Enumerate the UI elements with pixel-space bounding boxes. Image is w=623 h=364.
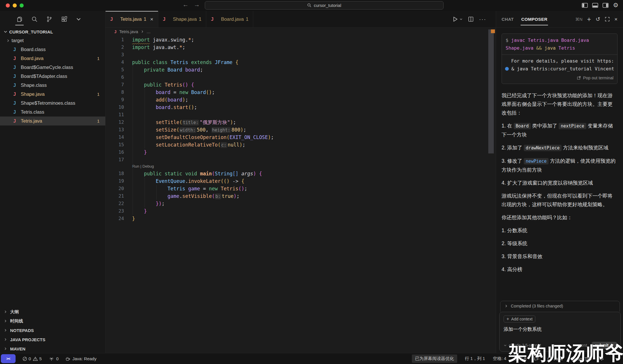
screen-reader-status[interactable]: 已为屏幕阅读器优化: [412, 354, 457, 363]
completed-summary[interactable]: Completed (3 files changed): [500, 301, 620, 312]
code-line[interactable]: 23 }: [106, 207, 496, 215]
code-line[interactable]: 8 board = new Board();: [106, 89, 496, 96]
remote-indicator[interactable]: ><: [1, 354, 16, 363]
editor-scrollbar[interactable]: [488, 29, 494, 153]
java-file-icon: J: [110, 16, 118, 22]
java-file-icon: J: [211, 16, 218, 22]
composer-input-value[interactable]: 添加一个分数系统: [504, 326, 616, 333]
tab-tetris-java[interactable]: JTetris.java1×: [106, 11, 158, 27]
tab-shape-java[interactable]: JShape.java1: [158, 11, 207, 27]
toggle-panel-icon[interactable]: [592, 3, 598, 8]
code-line[interactable]: 19 EventQueue.invokeLater(() -> {: [106, 177, 496, 185]
toggle-left-sidebar-icon[interactable]: [582, 3, 588, 8]
code-line[interactable]: 21 game.setVisible(b:true);: [106, 192, 496, 200]
file-row-board-java[interactable]: JBoard.java1: [0, 54, 105, 63]
tab-chat[interactable]: CHAT: [502, 17, 514, 22]
search-panel-icon[interactable]: [31, 16, 38, 22]
settings-gear-icon[interactable]: ⚙: [613, 2, 618, 8]
close-tab-icon[interactable]: ×: [150, 16, 153, 22]
code-line[interactable]: 4public class Tetris extends JFrame {: [106, 59, 496, 66]
close-window-button[interactable]: [6, 3, 10, 7]
tab-composer[interactable]: COMPOSER: [521, 17, 547, 22]
run-button[interactable]: [453, 16, 463, 22]
file-row-board-gamecycle-class[interactable]: JBoard$GameCycle.class: [0, 63, 105, 72]
expand-panel-icon[interactable]: [605, 17, 610, 22]
chevron-right-icon: [4, 329, 7, 332]
breadcrumb-more[interactable]: …: [147, 29, 151, 34]
code-line[interactable]: 17: [106, 156, 496, 164]
sidebar-section-java-projects[interactable]: JAVA PROJECTS: [0, 335, 105, 344]
sidebar-section-notepads[interactable]: NOTEPADS: [0, 326, 105, 335]
split-editor-icon[interactable]: [468, 16, 474, 22]
code-line[interactable]: 13 setSize(width:500, height:800);: [106, 126, 496, 134]
minimize-window-button[interactable]: [13, 3, 17, 7]
zoom-window-button[interactable]: [20, 3, 24, 7]
file-row-tetris-class[interactable]: JTetris.class: [0, 108, 105, 117]
new-chat-icon[interactable]: +: [587, 16, 591, 22]
file-row-board-class[interactable]: JBoard.class: [0, 45, 105, 54]
nav-forward-icon[interactable]: →: [194, 1, 200, 8]
file-row-board-tadapter-class[interactable]: JBoard$TAdapter.class: [0, 72, 105, 81]
code-line[interactable]: 10 board.start();: [106, 104, 496, 111]
source-control-icon[interactable]: [46, 16, 52, 22]
sidebar-section-时间线[interactable]: 时间线: [0, 316, 105, 326]
code-line[interactable]: 9 add(board);: [106, 96, 496, 104]
file-row-target[interactable]: target: [0, 36, 105, 45]
cursor-position[interactable]: 行 1，列 1: [465, 356, 485, 361]
indent-guide: [156, 185, 157, 200]
breadcrumb[interactable]: J Tetris.java …: [106, 28, 496, 35]
code-line[interactable]: 11: [106, 111, 496, 119]
code-line[interactable]: 6: [106, 74, 496, 81]
file-label: Tetris.java: [21, 118, 42, 124]
history-icon[interactable]: ↺: [596, 16, 600, 22]
codelens-run-debug[interactable]: Run | Debug: [106, 164, 496, 170]
inline-code: drawNextPiece: [524, 145, 562, 151]
code-line[interactable]: 7 public Tetris() {: [106, 81, 496, 89]
code-link[interactable]: newPiece: [524, 158, 549, 164]
more-actions-icon[interactable]: ···: [479, 16, 486, 22]
file-row-shape-class[interactable]: JShape.class: [0, 81, 105, 90]
code-line[interactable]: 16 }: [106, 149, 496, 156]
popout-terminal-link[interactable]: Pop out terminal: [583, 76, 613, 80]
java-status[interactable]: Java: Ready: [65, 356, 96, 361]
file-row-shape-java[interactable]: JShape.java1: [0, 90, 105, 99]
activity-bar: [0, 11, 105, 27]
code-line[interactable]: 2import java.awt.*;: [106, 44, 496, 51]
explorer-icon[interactable]: [16, 16, 23, 23]
sidebar-section-大纲[interactable]: 大纲: [0, 307, 105, 316]
command-center-search[interactable]: cursor_tutorial: [205, 1, 444, 10]
code-line[interactable]: 14 setDefaultCloseOperation(EXIT_ON_CLOS…: [106, 134, 496, 141]
code-line[interactable]: 3: [106, 51, 496, 59]
java-file-icon: J: [13, 109, 21, 115]
tab-board-java[interactable]: JBoard.java1: [206, 11, 253, 27]
add-context-button[interactable]: + Add context: [504, 316, 535, 322]
extensions-icon[interactable]: [61, 16, 67, 22]
code-line[interactable]: 5 private Board board;: [106, 66, 496, 74]
file-label: Shape.class: [21, 82, 47, 88]
nav-back-icon[interactable]: ←: [183, 1, 189, 8]
code-line[interactable]: 15 setLocationRelativeTo(c:null);: [106, 141, 496, 149]
code-line[interactable]: 20 Tetris game = new Tetris();: [106, 185, 496, 192]
code-area[interactable]: 1import javax.swing.*;2import java.awt.*…: [106, 35, 496, 222]
explorer-root[interactable]: CURSOR_TUTORIAL: [0, 27, 105, 36]
more-views-chevron-icon[interactable]: [76, 16, 81, 22]
ports-indicator[interactable]: 0: [49, 356, 59, 361]
file-label: Tetris.class: [21, 109, 44, 115]
code-line[interactable]: 12 setTitle(title:"俄罗斯方块");: [106, 119, 496, 126]
indentation[interactable]: 空格: 4: [493, 356, 506, 361]
code-line[interactable]: 18 public static void main(String[] args…: [106, 170, 496, 177]
code-line[interactable]: 24}: [106, 215, 496, 222]
indent-guide: [133, 66, 133, 215]
line-number: 8: [106, 89, 132, 96]
code-line[interactable]: 1import javax.swing.*;: [106, 36, 496, 44]
chat-paragraph: 1. 在 Board 类中添加了 nextPiece 变量来存储下一个方块: [502, 121, 618, 139]
tab-label: Board.java: [221, 16, 244, 22]
toggle-right-sidebar-icon[interactable]: [603, 3, 609, 8]
sidebar-section-maven[interactable]: MAVEN: [0, 344, 105, 353]
file-row-tetris-java[interactable]: JTetris.java1: [0, 117, 105, 125]
code-line[interactable]: 22 });: [106, 200, 496, 207]
breadcrumb-file[interactable]: Tetris.java: [119, 29, 138, 34]
close-panel-icon[interactable]: ×: [614, 16, 618, 22]
file-row-shape-tetrominoes-class[interactable]: JShape$Tetrominoes.class: [0, 99, 105, 108]
problems-indicator[interactable]: 0 5: [22, 356, 42, 361]
